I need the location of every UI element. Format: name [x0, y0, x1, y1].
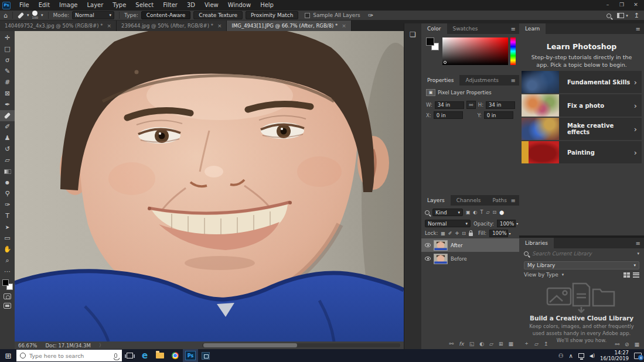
- filter-pixel-icon[interactable]: ▣: [466, 210, 471, 215]
- document-canvas[interactable]: [15, 31, 404, 341]
- tab-swatches[interactable]: Swatches: [447, 23, 484, 34]
- close-icon[interactable]: ✕: [629, 2, 643, 8]
- foreground-background-swatches[interactable]: [2, 279, 13, 290]
- panel-menu-icon[interactable]: ≡: [511, 26, 516, 32]
- blend-mode-select[interactable]: Normal ▾: [425, 220, 471, 227]
- taskbar-search[interactable]: [16, 350, 122, 361]
- grid-view-icon[interactable]: [623, 272, 630, 278]
- file-explorer-button[interactable]: [152, 349, 168, 362]
- menu-select[interactable]: Select: [131, 0, 158, 11]
- new-library-group-icon[interactable]: ▱: [534, 341, 539, 347]
- create-texture-button[interactable]: Create Texture: [193, 11, 243, 19]
- zoom-tool[interactable]: ⌕: [0, 255, 15, 266]
- spot-healing-brush-icon[interactable]: [18, 12, 24, 18]
- layer-mask-icon[interactable]: ◱: [469, 341, 475, 347]
- proximity-match-button[interactable]: Proximity Match: [246, 11, 298, 19]
- tab-color[interactable]: Color: [421, 23, 447, 34]
- chrome-button[interactable]: [168, 349, 183, 362]
- taskbar-search-input[interactable]: [29, 353, 111, 359]
- learn-card-fix-a-photo[interactable]: Fix a photo ›: [522, 94, 642, 117]
- lasso-tool[interactable]: σ: [0, 54, 15, 66]
- tab-paths[interactable]: Paths: [486, 195, 512, 206]
- tab-libraries[interactable]: Libraries: [519, 238, 554, 248]
- library-search-input[interactable]: [532, 251, 614, 257]
- menu-help[interactable]: Help: [256, 0, 278, 11]
- horizontal-scrollbar-thumb[interactable]: [203, 343, 297, 347]
- menu-file[interactable]: File: [15, 0, 33, 11]
- learn-card-make-creative-effects[interactable]: Make creative effects ›: [522, 118, 642, 140]
- layer-group-icon[interactable]: ▱: [489, 341, 493, 347]
- spot-healing-brush-tool[interactable]: [0, 110, 15, 121]
- photoshop-taskbar-button[interactable]: Ps: [183, 349, 198, 362]
- panel-menu-icon[interactable]: ≡: [511, 197, 516, 204]
- lock-transparency-icon[interactable]: ▦: [441, 231, 445, 236]
- menu-layer[interactable]: Layer: [83, 0, 107, 11]
- marquee-tool[interactable]: □: [0, 43, 15, 54]
- pen-pressure-icon[interactable]: ✑: [368, 12, 373, 19]
- task-view-button[interactable]: [122, 349, 137, 362]
- share-icon[interactable]: ↥: [634, 12, 639, 19]
- tab-channels[interactable]: Channels: [451, 195, 487, 206]
- lock-artboard-icon[interactable]: ⊡: [462, 231, 466, 236]
- library-link-icon[interactable]: ⚯: [615, 341, 619, 347]
- move-tool[interactable]: ✛: [0, 32, 15, 43]
- brush-size-picker[interactable]: 100: [32, 11, 39, 20]
- restore-icon[interactable]: ❐: [615, 2, 629, 8]
- start-button[interactable]: ⊞: [0, 349, 16, 362]
- workspace-switcher[interactable]: ▾: [617, 13, 628, 18]
- quick-selection-tool[interactable]: ✎: [0, 66, 15, 77]
- tab-properties[interactable]: Properties: [421, 75, 459, 86]
- content-aware-button[interactable]: Content-Aware: [141, 11, 191, 19]
- panel-menu-icon[interactable]: ≡: [511, 77, 516, 84]
- gradient-tool[interactable]: [0, 166, 15, 177]
- height-field[interactable]: 34 in: [486, 101, 515, 109]
- menu-type[interactable]: Type: [108, 0, 130, 11]
- tab-layers[interactable]: Layers: [421, 195, 451, 206]
- foreground-background-swatches[interactable]: [426, 37, 439, 50]
- show-hidden-icons-chevron[interactable]: ∧: [568, 353, 573, 359]
- clone-stamp-tool[interactable]: ♟: [0, 132, 15, 144]
- filter-adjustment-icon[interactable]: ◐: [473, 210, 478, 215]
- document-tab[interactable]: 239644.jpg @ 50% (After, RGB/8#) * ×: [117, 21, 227, 31]
- close-tab-icon[interactable]: ×: [217, 23, 222, 29]
- menu-filter[interactable]: Filter: [159, 0, 182, 11]
- action-center-icon[interactable]: 4: [634, 353, 642, 359]
- tab-adjustments[interactable]: Adjustments: [459, 75, 504, 86]
- add-library-item-icon[interactable]: ＋: [524, 340, 529, 347]
- filter-toggle-icon[interactable]: ⬤: [499, 210, 504, 215]
- quick-mask-icon[interactable]: [4, 293, 11, 299]
- library-delete-icon[interactable]: ▦: [634, 341, 639, 347]
- lock-all-icon[interactable]: [469, 233, 473, 236]
- brush-tool[interactable]: ✐: [0, 121, 15, 132]
- document-tab-active[interactable]: IMG_4943[1].JPG @ 66.7% (After, RGB/8) *…: [227, 21, 351, 31]
- people-icon[interactable]: ⚇: [558, 353, 563, 359]
- taskbar-clock[interactable]: 14:27 16/10/2019: [600, 350, 629, 361]
- filter-kind-select[interactable]: Kind ▾: [432, 209, 463, 216]
- panel-menu-icon[interactable]: ≡: [636, 240, 640, 247]
- menu-image[interactable]: Image: [55, 0, 81, 11]
- hand-tool[interactable]: ✋: [0, 244, 15, 255]
- menu-window[interactable]: Window: [224, 0, 255, 11]
- library-cloud-icon[interactable]: ⊘: [625, 341, 629, 347]
- chevron-down-icon[interactable]: ▾: [637, 251, 639, 256]
- document-tab[interactable]: 140469752_4x3.jpg @ 50% (RGB/8#) * ×: [0, 21, 117, 31]
- width-field[interactable]: 34 in: [435, 101, 464, 109]
- library-sync-icon[interactable]: ↥: [544, 341, 548, 347]
- visibility-eye-icon[interactable]: [425, 243, 431, 247]
- library-select[interactable]: My Library ▾: [524, 261, 639, 269]
- mode-select[interactable]: Normal ▾: [72, 11, 114, 19]
- history-brush-tool[interactable]: ↺: [0, 144, 15, 155]
- learn-card-fundamental-skills[interactable]: Fundamental Skills ›: [522, 71, 642, 93]
- dodge-tool[interactable]: ⚲: [0, 188, 15, 199]
- zoom-level[interactable]: 66.67%: [18, 343, 37, 349]
- hue-slider[interactable]: [510, 37, 516, 65]
- link-dimensions-icon[interactable]: ⚯: [466, 101, 476, 109]
- fill-field[interactable]: 100% ▾: [489, 230, 508, 237]
- new-layer-icon[interactable]: ⊞: [499, 341, 503, 347]
- pen-tool[interactable]: ✑: [0, 199, 15, 210]
- shape-tool[interactable]: ▭: [0, 233, 15, 244]
- sample-all-layers-checkbox[interactable]: [305, 13, 310, 18]
- adjustment-layer-icon[interactable]: ◐: [479, 341, 484, 347]
- menu-view[interactable]: View: [200, 0, 223, 11]
- blur-tool[interactable]: ●: [0, 177, 15, 188]
